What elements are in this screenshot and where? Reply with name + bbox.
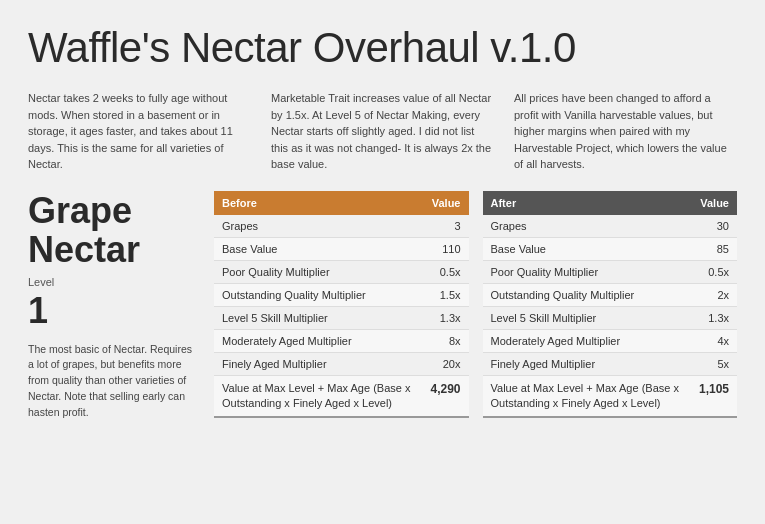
row-label: Base Value xyxy=(214,237,422,260)
row-value: 5x xyxy=(691,352,737,375)
row-label: Poor Quality Multiplier xyxy=(214,260,422,283)
tables-area: Before Value Grapes3Base Value110Poor Qu… xyxy=(214,191,737,419)
main-content: Grape Nectar Level 1 The most basic of N… xyxy=(28,191,737,421)
table-row: Outstanding Quality Multiplier2x xyxy=(483,283,738,306)
level-label: Level xyxy=(28,276,198,288)
row-value: 85 xyxy=(691,237,737,260)
row-label: Moderately Aged Multiplier xyxy=(214,329,422,352)
row-label: Level 5 Skill Multiplier xyxy=(483,306,691,329)
table-row: Value at Max Level + Max Age (Base x Out… xyxy=(483,375,738,417)
level-number: 1 xyxy=(28,290,198,332)
nectar-name: Grape Nectar xyxy=(28,191,198,270)
row-label: Finely Aged Multiplier xyxy=(214,352,422,375)
row-value: 110 xyxy=(422,237,468,260)
row-value: 30 xyxy=(691,215,737,238)
row-label: Poor Quality Multiplier xyxy=(483,260,691,283)
row-label: Outstanding Quality Multiplier xyxy=(483,283,691,306)
table-row: Outstanding Quality Multiplier1.5x xyxy=(214,283,469,306)
row-value: 1.3x xyxy=(691,306,737,329)
table-row: Value at Max Level + Max Age (Base x Out… xyxy=(214,375,469,417)
row-value: 0.5x xyxy=(691,260,737,283)
row-label: Level 5 Skill Multiplier xyxy=(214,306,422,329)
table-row: Moderately Aged Multiplier8x xyxy=(214,329,469,352)
row-label: Grapes xyxy=(483,215,691,238)
before-value-header: Value xyxy=(422,191,468,215)
row-label: Value at Max Level + Max Age (Base x Out… xyxy=(214,375,422,417)
row-value: 0.5x xyxy=(422,260,468,283)
page-title: Waffle's Nectar Overhaul v.1.0 xyxy=(28,24,737,72)
table-row: Finely Aged Multiplier20x xyxy=(214,352,469,375)
table-row: Level 5 Skill Multiplier1.3x xyxy=(214,306,469,329)
page: Waffle's Nectar Overhaul v.1.0 Nectar ta… xyxy=(0,0,765,524)
row-label: Moderately Aged Multiplier xyxy=(483,329,691,352)
row-value: 4x xyxy=(691,329,737,352)
table-row: Finely Aged Multiplier5x xyxy=(483,352,738,375)
row-label: Grapes xyxy=(214,215,422,238)
after-value-header: Value xyxy=(691,191,737,215)
after-table-wrap: After Value Grapes30Base Value85Poor Qua… xyxy=(483,191,738,419)
row-value: 1.3x xyxy=(422,306,468,329)
before-col-header: Before xyxy=(214,191,422,215)
intro-col-2: Marketable Trait increases value of all … xyxy=(271,90,494,173)
row-value: 4,290 xyxy=(422,375,468,417)
table-row: Base Value110 xyxy=(214,237,469,260)
table-row: Poor Quality Multiplier0.5x xyxy=(214,260,469,283)
table-row: Moderately Aged Multiplier4x xyxy=(483,329,738,352)
row-value: 20x xyxy=(422,352,468,375)
after-col-header: After xyxy=(483,191,691,215)
table-row: Grapes30 xyxy=(483,215,738,238)
after-table: After Value Grapes30Base Value85Poor Qua… xyxy=(483,191,738,419)
table-row: Grapes3 xyxy=(214,215,469,238)
before-table: Before Value Grapes3Base Value110Poor Qu… xyxy=(214,191,469,419)
intro-row: Nectar takes 2 weeks to fully age withou… xyxy=(28,90,737,173)
intro-col-3: All prices have been changed to afford a… xyxy=(514,90,737,173)
row-value: 3 xyxy=(422,215,468,238)
left-panel: Grape Nectar Level 1 The most basic of N… xyxy=(28,191,198,421)
intro-col-1: Nectar takes 2 weeks to fully age withou… xyxy=(28,90,251,173)
row-label: Finely Aged Multiplier xyxy=(483,352,691,375)
row-value: 1,105 xyxy=(691,375,737,417)
row-label: Value at Max Level + Max Age (Base x Out… xyxy=(483,375,691,417)
row-value: 2x xyxy=(691,283,737,306)
table-row: Base Value85 xyxy=(483,237,738,260)
row-label: Base Value xyxy=(483,237,691,260)
table-row: Poor Quality Multiplier0.5x xyxy=(483,260,738,283)
table-row: Level 5 Skill Multiplier1.3x xyxy=(483,306,738,329)
row-label: Outstanding Quality Multiplier xyxy=(214,283,422,306)
row-value: 8x xyxy=(422,329,468,352)
before-table-wrap: Before Value Grapes3Base Value110Poor Qu… xyxy=(214,191,469,419)
nectar-description: The most basic of Nectar. Requires a lot… xyxy=(28,342,198,421)
row-value: 1.5x xyxy=(422,283,468,306)
